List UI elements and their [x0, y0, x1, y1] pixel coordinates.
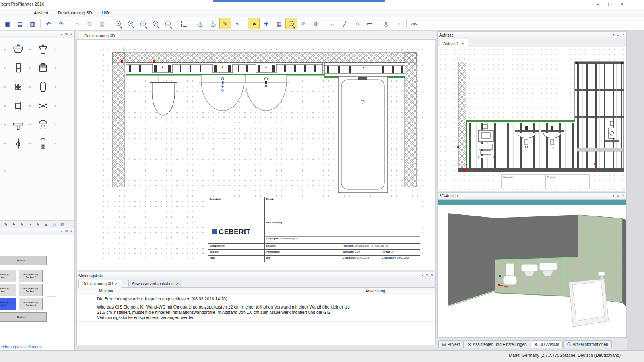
- message-tab-abwasservorfabrikation[interactable]: Abwasservorfabrikation✔: [128, 280, 182, 288]
- close-icon[interactable]: ✕: [70, 230, 73, 233]
- scheme-node-left-2[interactable]: Sammelleitung 1Becken 1: [0, 284, 16, 296]
- close-icon[interactable]: ✕: [622, 33, 625, 37]
- support-frame-icon[interactable]: [11, 61, 25, 75]
- washbasin-icon[interactable]: [11, 43, 25, 56]
- draw-line-button[interactable]: ╱: [339, 18, 351, 29]
- measure-button[interactable]: ✐: [298, 18, 310, 29]
- scheme-node-right-3[interactable]: Sammelleitung 1Becken 4: [19, 298, 43, 310]
- edit-sketch-button[interactable]: ✎: [219, 18, 231, 29]
- scheme-node-left-1[interactable]: Sammelleitung 1Becken 1: [0, 270, 16, 282]
- window-position-icon[interactable]: ▾: [422, 274, 423, 277]
- insert-anchor-direction-button[interactable]: ⚓: [207, 18, 219, 29]
- window-position-icon[interactable]: ▾: [61, 33, 63, 36]
- scheme-node-right-1[interactable]: Sammelleitung 1Becken 2: [19, 270, 43, 282]
- chart-tool-button[interactable]: ▥: [59, 221, 66, 228]
- tab-label: 3D-Ansicht: [540, 342, 559, 347]
- urinal-icon[interactable]: [36, 43, 50, 56]
- shower-icon[interactable]: [36, 118, 50, 132]
- plan-canvas[interactable]: Projekt-Nr.: Projekt: GEBERIT Beschreibu…: [76, 39, 436, 270]
- print-button[interactable]: ▤: [14, 18, 26, 29]
- window-position-icon[interactable]: ▾: [613, 194, 615, 197]
- pin-icon[interactable]: ⊡: [65, 33, 68, 36]
- connect-pipes-button[interactable]: ∿: [232, 18, 244, 29]
- text-tool-button[interactable]: ABC: [409, 18, 420, 29]
- flush-pipe-icon[interactable]: [36, 137, 50, 150]
- move-button[interactable]: ✚: [260, 18, 272, 29]
- fixture-palette[interactable]: [0, 38, 74, 221]
- pin-icon[interactable]: ⊡: [617, 194, 620, 197]
- valve-icon[interactable]: [36, 99, 50, 113]
- draw-rectangle-button[interactable]: ▭: [364, 18, 376, 29]
- tab-detailplanung-3d[interactable]: Detailplanung 3D: [79, 32, 120, 40]
- draw-ellipse-button[interactable]: ○: [351, 18, 363, 29]
- pin-icon[interactable]: ⊡: [426, 274, 429, 277]
- note-tool-button[interactable]: ✎: [2, 221, 9, 228]
- marquee-select-button[interactable]: [178, 18, 190, 29]
- message-row[interactable]: Wird das GIS Element für Wand-WC mit Ome…: [77, 303, 435, 322]
- paste-button[interactable]: ▦: [96, 18, 108, 29]
- sink-side-icon[interactable]: [11, 99, 25, 113]
- berechnungseinstellungen-link[interactable]: Berechnungseinstellungen: [0, 345, 42, 349]
- save-button[interactable]: ▣: [2, 18, 13, 29]
- pen-tool-2-button[interactable]: ✎: [35, 221, 41, 228]
- maximize-button[interactable]: ▢: [604, 0, 616, 8]
- scheme-node-becken-4[interactable]: Becken 4: [0, 312, 47, 322]
- insert-anchor-button[interactable]: ⚓: [194, 18, 206, 29]
- close-icon[interactable]: ✕: [431, 274, 433, 277]
- cut-button[interactable]: ✂: [71, 18, 83, 29]
- ventilator-icon[interactable]: [11, 80, 25, 94]
- zoom-out-button[interactable]: −: [125, 18, 136, 29]
- zoom-element-button[interactable]: ≡: [285, 18, 297, 29]
- aufriss-tabrow: Aufriss 1 ✕: [438, 38, 626, 47]
- report-button[interactable]: ▥: [27, 18, 38, 29]
- close-icon[interactable]: ✕: [622, 194, 625, 197]
- properties-button[interactable]: ▦: [273, 18, 285, 29]
- star-tool-button[interactable]: ✩: [51, 221, 58, 228]
- 3d-scene[interactable]: [438, 205, 626, 337]
- scheme-node-left-3[interactable]: Sammelleitung 1Becken 2: [0, 298, 16, 310]
- pin-icon[interactable]: ⊡: [617, 33, 620, 37]
- copy-button[interactable]: ⧉: [84, 18, 95, 29]
- menu-detailplanung-3d[interactable]: Detailplanung 3D: [53, 10, 97, 15]
- window-position-icon[interactable]: ▾: [613, 33, 615, 37]
- object-snap-button[interactable]: ⊚: [310, 18, 322, 29]
- flag-tool-button[interactable]: ⚑: [10, 221, 17, 228]
- hatch-ellipse-button[interactable]: ◎: [380, 18, 392, 29]
- undo-button[interactable]: ↶: [43, 18, 54, 29]
- pipe-branch-icon[interactable]: [11, 118, 25, 132]
- close-tab-icon[interactable]: ✕: [462, 42, 464, 45]
- label-tool-button[interactable]: ◔: [27, 221, 33, 228]
- tab-aufriss-1[interactable]: Aufriss 1 ✕: [440, 39, 468, 48]
- scheme-node-becken-3[interactable]: Becken 3: [0, 256, 47, 265]
- hatch-circle-button[interactable]: ◌: [392, 18, 404, 29]
- scheme-node-right-2[interactable]: Sammelleitung 1Becken 1: [19, 284, 43, 296]
- bathtub-icon[interactable]: [36, 80, 50, 94]
- zoom-in-button[interactable]: +: [112, 18, 124, 29]
- dimension-button[interactable]: ↔: [326, 18, 338, 29]
- zoom-previous-button[interactable]: ↔: [162, 18, 174, 29]
- message-tab-detailplanung-3d[interactable]: Detailplanung 3D✔: [78, 280, 121, 288]
- close-icon[interactable]: ✕: [70, 33, 73, 36]
- elevation-canvas[interactable]: Kapazität Projekt: [438, 47, 626, 190]
- select-cursor-button[interactable]: ➤: [248, 18, 260, 29]
- tab-projekt[interactable]: ▤Projekt: [438, 340, 464, 348]
- window-position-icon[interactable]: ▾: [61, 230, 63, 233]
- cistern-icon[interactable]: [36, 61, 50, 75]
- pen-tool-button[interactable]: ✎: [19, 221, 25, 228]
- tab-3d-ansicht[interactable]: ❖3D-Ansicht: [531, 340, 563, 348]
- tab-assistenten-und-einstellungen[interactable]: ⚒Assistenten und Einstellungen: [464, 340, 530, 348]
- redo-button[interactable]: ↷: [55, 18, 67, 29]
- close-button[interactable]: ✕: [616, 0, 628, 8]
- panel-title: 3D-Ansicht: [439, 194, 459, 198]
- tab-artikelinformationen[interactable]: ⓘArtikelinformationen: [563, 340, 611, 348]
- pin-icon[interactable]: ⊡: [65, 230, 68, 233]
- message-row[interactable]: Die Berechnung wurde erfolgreich abgesch…: [77, 295, 435, 303]
- menu-hilfe[interactable]: Hilfe: [97, 10, 115, 15]
- menu-ansicht[interactable]: Ansicht: [29, 10, 53, 15]
- marker-tool-button[interactable]: ▲: [43, 221, 50, 228]
- stop-valve-icon[interactable]: [11, 137, 25, 150]
- minimize-button[interactable]: –: [592, 0, 604, 8]
- zoom-window-button[interactable]: ▫: [137, 18, 149, 29]
- zoom-fit-button[interactable]: ⤢: [150, 18, 161, 29]
- piping-scheme[interactable]: Becken 3Sammelleitung 1Becken 1Sammellei…: [0, 235, 74, 350]
